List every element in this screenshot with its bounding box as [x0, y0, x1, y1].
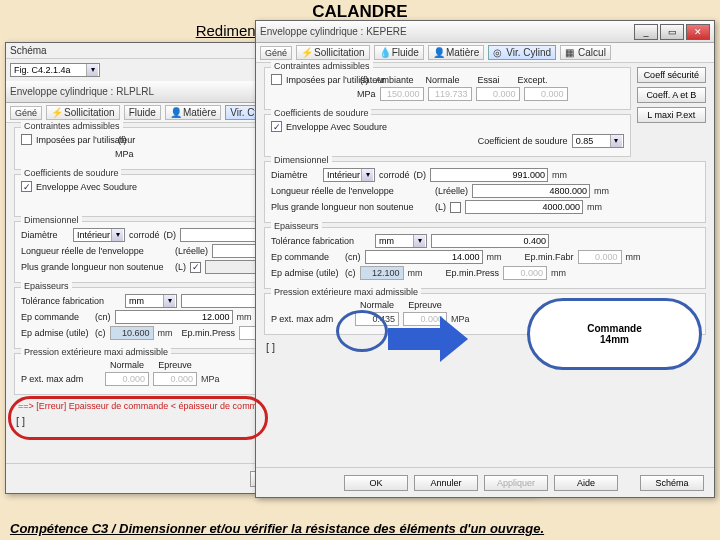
tab-gene[interactable]: Géné	[10, 106, 42, 120]
page-title: CALANDRE	[0, 2, 720, 22]
chk-env-soud-bg[interactable]: ✓	[21, 181, 32, 192]
fld-epa-bg: 10.600	[110, 326, 154, 340]
btn-coef-sec[interactable]: Coeff sécurité	[637, 67, 706, 83]
fld-diam-fg[interactable]	[430, 168, 548, 182]
grp-contraintes-fg: Contraintes admissibles Imposées par l'u…	[264, 67, 631, 110]
schema-label: Schéma	[10, 45, 47, 56]
person-icon: 👤	[170, 107, 181, 118]
tab-soll-fg[interactable]: ⚡Sollicitation	[296, 45, 370, 60]
grp-dim-fg: Dimensionnel DiamètreIntérieurcorrodé(D)…	[264, 161, 706, 223]
btn-help-fg[interactable]: Aide	[554, 475, 618, 491]
callout-commande: Commande14mm	[527, 298, 702, 370]
fld-epc-fg[interactable]	[365, 250, 483, 264]
sel-coef-soud-fg[interactable]: 0.85	[572, 134, 624, 148]
grp-ep-fg: Epaisseurs Tolérance fabricationmm Ep co…	[264, 227, 706, 289]
btn-lmaxi[interactable]: L maxi P.ext	[637, 107, 706, 123]
fld-epa-fg: 12.100	[360, 266, 404, 280]
btn-apply-fg: Appliquer	[484, 475, 548, 491]
chk-imposees-bg[interactable]	[21, 134, 32, 145]
schema-ref-select[interactable]: Fig. C4.2.1.4a	[10, 63, 100, 77]
chk-env-soud-fg[interactable]: ✓	[271, 121, 282, 132]
person-icon: 👤	[433, 47, 444, 58]
btn-schema-fg[interactable]: Schéma	[640, 475, 704, 491]
cyl-icon: ◎	[493, 47, 504, 58]
drop-icon: 💧	[379, 47, 390, 58]
sel-tol-bg[interactable]: mm	[125, 294, 177, 308]
fld-long-fg[interactable]	[472, 184, 590, 198]
btn-ok-fg[interactable]: OK	[344, 475, 408, 491]
f-essai-fg: 0.000	[476, 87, 520, 101]
sel-diam-fg[interactable]: Intérieur	[323, 168, 375, 182]
chk-pgl-bg[interactable]: ✓	[190, 262, 201, 273]
fld-pgl-fg[interactable]	[465, 200, 583, 214]
tab-calcul-fg[interactable]: ▦Calcul	[560, 45, 611, 60]
tab-fluide[interactable]: Fluide	[124, 105, 161, 120]
window-fg: Enveloppe cylindrique : KEPERE _ ▭ ✕ Gén…	[255, 20, 715, 498]
grp-coef-fg: Coefficients de soudure ✓Enveloppe Avec …	[264, 114, 631, 157]
error-highlight-ring	[8, 396, 268, 440]
tab-fluide-fg[interactable]: 💧Fluide	[374, 45, 424, 60]
bolt-icon: ⚡	[51, 107, 62, 118]
btn-cancel-fg[interactable]: Annuler	[414, 475, 478, 491]
sel-diam-bg[interactable]: Intérieur	[73, 228, 125, 242]
f-except-fg: 0.000	[524, 87, 568, 101]
competence-footer: Compétence C3 / Dimensionner et/ou vérif…	[10, 521, 710, 536]
fld-epc-bg[interactable]	[115, 310, 233, 324]
f-normale-fg: 119.733	[428, 87, 472, 101]
window-fg-title: Enveloppe cylindrique : KEPERE	[260, 26, 632, 37]
fld-tol-fg[interactable]	[431, 234, 549, 248]
f-ambiante-fg: 150.000	[380, 87, 424, 101]
sel-tol-fg[interactable]: mm	[375, 234, 427, 248]
calc-icon: ▦	[565, 47, 576, 58]
chk-pgl-fg[interactable]	[450, 202, 461, 213]
btn-coef-ab[interactable]: Coeff. A et B	[637, 87, 706, 103]
chk-imposees-fg[interactable]	[271, 74, 282, 85]
close-icon[interactable]: ✕	[686, 24, 710, 40]
min-icon[interactable]: _	[634, 24, 658, 40]
tab-soll[interactable]: ⚡Sollicitation	[46, 105, 120, 120]
value-highlight-ring	[336, 310, 388, 352]
tab-gene-fg[interactable]: Géné	[260, 46, 292, 60]
tab-matiere-fg[interactable]: 👤Matière	[428, 45, 484, 60]
tabs-fg: Géné ⚡Sollicitation 💧Fluide 👤Matière ◎Vi…	[256, 43, 714, 63]
bolt-icon: ⚡	[301, 47, 312, 58]
max-icon[interactable]: ▭	[660, 24, 684, 40]
tab-vircyl-fg[interactable]: ◎Vir. Cylind	[488, 45, 556, 60]
tab-matiere[interactable]: 👤Matière	[165, 105, 221, 120]
